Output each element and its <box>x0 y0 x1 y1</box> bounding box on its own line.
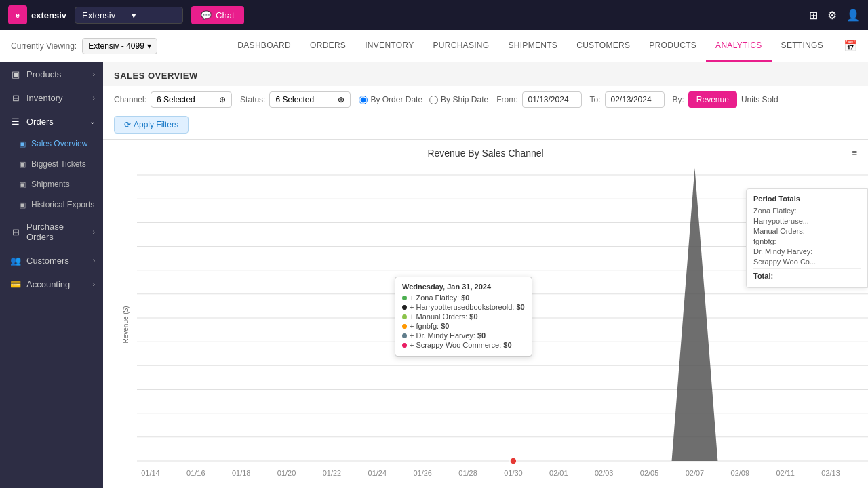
apply-label: Apply Filters <box>134 120 178 129</box>
filters-bar: Channel: 6 Selected ⊕ Status: 6 Selected… <box>103 86 868 140</box>
svg-text:01/24: 01/24 <box>368 469 387 477</box>
sidebar-sub-historical-exports[interactable]: ▣ Historical Exports <box>0 195 103 215</box>
status-select-chevron-icon: ⊕ <box>338 95 344 104</box>
date-type-group: By Order Date By Ship Date <box>359 95 488 104</box>
channel-filter-group: Channel: 6 Selected ⊕ <box>114 92 232 108</box>
chat-label: Chat <box>216 10 234 20</box>
tab-analytics[interactable]: ANALYTICS <box>706 30 772 62</box>
svg-text:01/26: 01/26 <box>413 469 431 477</box>
user-icon[interactable]: 👤 <box>846 9 860 22</box>
sidebar-item-orders[interactable]: ☰ Orders ⌄ <box>0 110 103 134</box>
accounting-chevron-icon: › <box>93 281 95 288</box>
from-date-input[interactable] <box>522 92 582 108</box>
grid-icon[interactable]: ⊞ <box>809 9 818 22</box>
sidebar-purchase-label: Purchase Orders <box>26 222 87 242</box>
orders-icon: ☰ <box>10 117 21 127</box>
calendar-icon[interactable]: 📅 <box>844 39 857 52</box>
sidebar-products-label: Products <box>26 69 87 79</box>
status-select[interactable]: 6 Selected ⊕ <box>269 92 351 108</box>
svg-text:01/14: 01/14 <box>141 469 159 477</box>
sidebar: ▣ Products › ⊟ Inventory › ☰ Orders ⌄ ▣ … <box>0 62 103 488</box>
to-date-input[interactable] <box>605 92 665 108</box>
content-area: SALES OVERVIEW Channel: 6 Selected ⊕ Sta… <box>103 62 868 488</box>
apply-filters-button[interactable]: ⟳ Apply Filters <box>114 116 189 134</box>
sidebar-item-purchase-orders[interactable]: ⊞ Purchase Orders › <box>0 215 103 249</box>
pt-row-4: Dr. Mindy Harvey: <box>753 247 861 256</box>
svg-text:01/20: 01/20 <box>277 469 296 477</box>
logo-icon: e <box>8 5 27 24</box>
y-axis-label: Revenue ($) <box>122 306 130 344</box>
by-ship-date-label: By Ship Date <box>441 95 488 104</box>
revenue-button[interactable]: Revenue <box>688 92 737 108</box>
orders-chevron-icon: ⌄ <box>90 118 95 125</box>
units-sold-button[interactable]: Units Sold <box>741 95 778 104</box>
pt-row-3: fgnbfg: <box>753 237 861 245</box>
sidebar-accounting-label: Accounting <box>26 279 87 289</box>
sub-shipments-icon: ▣ <box>19 180 26 189</box>
tab-inventory[interactable]: INVENTORY <box>355 30 423 62</box>
tab-settings[interactable]: SETTINGS <box>772 30 833 62</box>
nav-tabs: DASHBOARD ORDERS INVENTORY PURCHASING SH… <box>228 30 833 62</box>
status-filter-group: Status: 6 Selected ⊕ <box>240 92 351 108</box>
logo-text: extensiv <box>31 10 66 20</box>
tab-purchasing[interactable]: PURCHASING <box>423 30 498 62</box>
sidebar-sub-historical-label: Historical Exports <box>31 200 94 209</box>
sidebar-sub-shipments[interactable]: ▣ Shipments <box>0 174 103 195</box>
workspace-name: Extensiv <box>82 10 126 20</box>
workspace-selector[interactable]: Extensiv ▾ <box>75 7 183 24</box>
sidebar-sub-sales-overview[interactable]: ▣ Sales Overview <box>0 134 103 154</box>
accounting-icon: 💳 <box>10 279 21 289</box>
chat-icon: 💬 <box>201 10 212 20</box>
sidebar-item-accounting[interactable]: 💳 Accounting › <box>0 272 103 296</box>
chat-button[interactable]: 💬 Chat <box>191 6 243 24</box>
status-value: 6 Selected <box>275 95 314 104</box>
by-order-date-label: By Order Date <box>370 95 422 104</box>
pt-row-5: Scrappy Woo Co... <box>753 258 861 266</box>
top-right-icons: ⊞ ⚙ 👤 <box>809 9 860 22</box>
channel-value: 6 Selected <box>157 95 195 104</box>
chart-menu-icon[interactable]: ≡ <box>852 148 857 158</box>
tab-orders[interactable]: ORDERS <box>300 30 355 62</box>
sidebar-inventory-label: Inventory <box>26 93 87 103</box>
svg-text:02/05: 02/05 <box>640 469 658 477</box>
pt-row-1: Harrypotteruse... <box>753 217 861 225</box>
sidebar-sub-biggest-tickets[interactable]: ▣ Biggest Tickets <box>0 154 103 174</box>
sidebar-item-inventory[interactable]: ⊟ Inventory › <box>0 86 103 110</box>
box-icon: ▣ <box>10 69 21 79</box>
from-label: From: <box>496 95 517 104</box>
historical-icon: ▣ <box>19 201 26 209</box>
main-layout: ▣ Products › ⊟ Inventory › ☰ Orders ⌄ ▣ … <box>0 62 868 488</box>
svg-text:01/16: 01/16 <box>186 469 205 477</box>
sidebar-item-customers[interactable]: 👥 Customers › <box>0 249 103 272</box>
settings-icon[interactable]: ⚙ <box>827 9 837 22</box>
channel-select-chevron-icon: ⊕ <box>219 95 226 104</box>
sidebar-item-products[interactable]: ▣ Products › <box>0 62 103 86</box>
tab-shipments[interactable]: SHIPMENTS <box>498 30 567 62</box>
svg-text:01/18: 01/18 <box>232 469 250 477</box>
chart-wrapper: Revenue ($) 0 <box>103 161 868 488</box>
by-metric-group: By: Revenue Units Sold <box>673 92 778 108</box>
apply-icon: ⟳ <box>124 120 131 129</box>
sales-overview-icon: ▣ <box>19 140 26 148</box>
logo-area: e extensiv <box>8 5 66 24</box>
by-order-date-radio[interactable]: By Order Date <box>359 95 422 104</box>
workspace-chevron-icon: ▾ <box>132 10 176 20</box>
tab-products[interactable]: PRODUCTS <box>639 30 706 62</box>
currently-viewing-label: Currently Viewing: <box>11 41 77 51</box>
channel-select[interactable]: 6 Selected ⊕ <box>151 92 232 108</box>
tab-customers[interactable]: CUSTOMERS <box>567 30 639 62</box>
svg-text:01/28: 01/28 <box>458 469 477 477</box>
from-date-group: From: <box>496 92 581 108</box>
top-bar: e extensiv Extensiv ▾ 💬 Chat ⊞ ⚙ 👤 <box>0 0 868 30</box>
store-selector[interactable]: Extensiv - 4099 ▾ <box>82 38 157 54</box>
svg-text:02/11: 02/11 <box>776 469 795 477</box>
svg-text:02/07: 02/07 <box>686 469 704 477</box>
period-totals-panel: Period Totals Zona Flatley: Harrypotteru… <box>746 188 868 288</box>
purchase-icon: ⊞ <box>10 227 21 237</box>
channel-label: Channel: <box>114 95 146 104</box>
by-ship-date-radio[interactable]: By Ship Date <box>429 95 488 104</box>
purchase-chevron-icon: › <box>93 228 95 236</box>
pt-row-0: Zona Flatley: <box>753 207 861 215</box>
tab-dashboard[interactable]: DASHBOARD <box>228 30 300 62</box>
svg-marker-26 <box>672 168 718 461</box>
